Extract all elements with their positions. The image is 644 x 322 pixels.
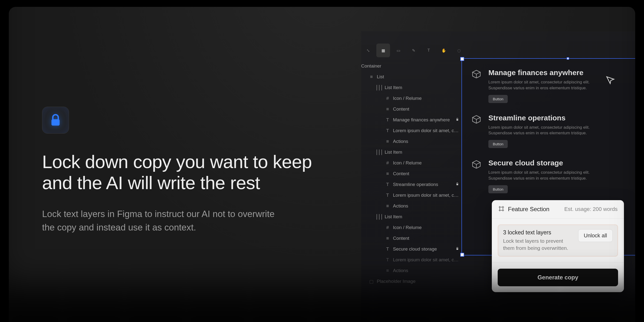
layer-row[interactable]: TLorem ipsum dolor sit amet, conse... (361, 125, 462, 136)
list-icon: ≡ (369, 74, 374, 80)
unlock-all-button[interactable]: Unlock all (578, 229, 613, 242)
layer-label: Actions (393, 139, 459, 144)
layer-row[interactable]: ≡Content (361, 104, 462, 114)
layers-panel: Container ≡List⎮⎮⎮List Item#Icon / Relum… (361, 61, 462, 287)
card-button[interactable]: Button (488, 185, 508, 193)
item-icon: ⎮⎮⎮ (377, 214, 382, 220)
layer-label: Lorem ipsum dolor sit amet, conse... (393, 128, 459, 133)
toolbar-move-icon[interactable]: ⤡ (361, 44, 375, 57)
toolbar-hand-icon[interactable]: ✋ (437, 44, 451, 57)
card-description: Lorem ipsum dolor sit amet, consectetur … (488, 170, 594, 181)
layer-row[interactable]: TSecure cloud storage (361, 244, 462, 254)
card-title: Secure cloud storage (488, 159, 594, 167)
feature-card: Manage finances anywhereLorem ipsum dolo… (472, 68, 635, 103)
popover-title: Feature Section (508, 206, 561, 213)
figma-toolbar: ⤡ ▦ ▭ ✎ T ✋ ◌ (361, 44, 466, 57)
hero-headline: Lock down copy you want to keep and the … (42, 151, 340, 194)
list-icon: ≡ (385, 139, 390, 144)
card-title: Streamline operations (488, 114, 594, 122)
item-icon: ⎮⎮⎮ (377, 85, 382, 90)
layer-row[interactable]: TManage finances anywhere (361, 114, 462, 125)
card-title: Manage finances anywhere (488, 68, 594, 77)
notice-description: Lock text layers to prevent them from be… (503, 237, 574, 252)
layer-label: Lorem ipsum dolor sit amet, conse... (393, 192, 459, 198)
cube-icon (472, 70, 481, 79)
toolbar-pen-icon[interactable]: ✎ (407, 44, 420, 57)
svg-rect-1 (456, 119, 458, 121)
image-icon: ▢ (369, 279, 374, 284)
toolbar-rect-icon[interactable]: ▭ (392, 44, 405, 57)
card-button[interactable]: Button (488, 95, 508, 103)
layer-row[interactable]: TStreamline operations (361, 179, 462, 190)
svg-rect-0 (52, 119, 60, 126)
list-icon: ≡ (385, 106, 390, 112)
card-description: Lorem ipsum dolor sit amet, consectetur … (488, 79, 594, 91)
feature-card: Secure cloud storageLorem ipsum dolor si… (472, 159, 635, 193)
lock-icon-badge (42, 107, 69, 134)
toolbar-comment-icon[interactable]: ◌ (452, 44, 466, 57)
layer-row[interactable]: TLorem ipsum dolor sit amet, conse... (361, 254, 462, 265)
frame-icon: # (385, 225, 390, 230)
toolbar-frame-icon[interactable]: ▦ (376, 44, 390, 57)
layer-label: List Item (385, 214, 459, 220)
item-icon: ⎮⎮⎮ (377, 150, 382, 155)
text-icon: T (385, 182, 390, 187)
layer-row[interactable]: ⎮⎮⎮List Item (361, 212, 462, 222)
toolbar-text-icon[interactable]: T (422, 44, 436, 57)
layer-label: List Item (385, 150, 459, 155)
layer-root[interactable]: Container (361, 61, 462, 72)
layer-label: Secure cloud storage (393, 246, 453, 252)
list-icon: ≡ (385, 268, 390, 273)
figma-mock: ⤡ ▦ ▭ ✎ T ✋ ◌ Container ≡List⎮⎮⎮List Ite… (361, 31, 635, 320)
card-button[interactable]: Button (488, 140, 508, 148)
layer-label: Streamline operations (393, 182, 453, 187)
cube-icon (472, 160, 481, 169)
card-description: Lorem ipsum dolor sit amet, consectetur … (488, 124, 594, 136)
lock-icon[interactable] (456, 247, 459, 251)
layer-row[interactable]: ▢Placeholder Image (361, 276, 462, 287)
layer-label: Lorem ipsum dolor sit amet, conse... (393, 257, 459, 262)
layer-row[interactable]: ⎮⎮⎮List Item (361, 147, 462, 158)
layer-row[interactable]: #Icon / Relume (361, 222, 462, 233)
frame-icon: # (385, 96, 390, 101)
layer-label: Manage finances anywhere (393, 117, 453, 122)
text-icon: T (385, 257, 390, 262)
layer-label: Placeholder Image (377, 279, 459, 284)
frame-icon: # (385, 160, 390, 166)
layer-row[interactable]: ≡List (361, 72, 462, 82)
feature-card: Streamline operationsLorem ipsum dolor s… (472, 114, 635, 148)
layer-label: Icon / Relume (393, 225, 459, 230)
layer-row[interactable]: ≡Actions (361, 265, 462, 276)
layer-label: Content (393, 106, 459, 112)
layer-row[interactable]: TLorem ipsum dolor sit amet, conse... (361, 190, 462, 201)
frame-icon (498, 206, 504, 213)
generate-popover: Feature Section Est. usage: 200 words 3 … (492, 200, 624, 292)
list-icon: ≡ (385, 236, 390, 241)
layer-row[interactable]: ⎮⎮⎮List Item (361, 82, 462, 93)
layer-label: Icon / Relume (393, 96, 459, 101)
text-icon: T (385, 192, 390, 198)
layer-label: Actions (393, 203, 459, 209)
layer-row[interactable]: #Icon / Relume (361, 158, 462, 168)
generate-copy-button[interactable]: Generate copy (498, 269, 618, 286)
cursor-icon (606, 75, 616, 86)
lock-icon[interactable] (456, 182, 459, 187)
lock-icon[interactable] (456, 118, 459, 122)
layer-label: Content (393, 236, 459, 241)
list-icon: ≡ (385, 171, 390, 176)
layer-row[interactable]: ≡Actions (361, 201, 462, 212)
layer-label: Content (393, 171, 459, 176)
notice-title: 3 locked text layers (503, 229, 574, 236)
layer-row[interactable]: ≡Content (361, 168, 462, 179)
layer-row[interactable]: #Icon / Relume (361, 93, 462, 104)
list-icon: ≡ (385, 203, 390, 209)
lock-icon (50, 114, 61, 126)
layer-row[interactable]: ≡Actions (361, 136, 462, 147)
layer-label: List (377, 74, 459, 80)
popover-estimate: Est. usage: 200 words (564, 206, 618, 212)
svg-rect-3 (456, 248, 458, 250)
text-icon: T (385, 246, 390, 252)
layer-label: Icon / Relume (393, 160, 459, 166)
layer-row[interactable]: ≡Content (361, 233, 462, 244)
cube-icon (472, 115, 481, 124)
